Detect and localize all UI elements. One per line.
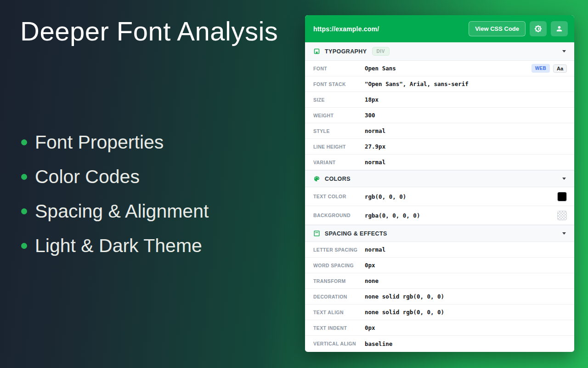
- web-font-badge: WEB: [531, 64, 550, 73]
- list-item: Color Codes: [21, 160, 209, 194]
- theme-toggle-button[interactable]: [530, 21, 547, 36]
- section-header-colors[interactable]: COLORS: [305, 170, 574, 187]
- property-label: LINE HEIGHT: [313, 144, 365, 150]
- section-header-spacing-effects[interactable]: SPACING & EFFECTS: [305, 225, 574, 242]
- property-label: SIZE: [313, 97, 365, 103]
- header-actions: View CSS Code: [469, 21, 568, 36]
- view-css-code-button[interactable]: View CSS Code: [469, 21, 526, 36]
- property-row-letter-spacing: LETTER SPACING normal: [305, 242, 574, 258]
- property-row-vertical-align: VERTICAL ALIGN baseline: [305, 336, 574, 351]
- property-value: 27.9px: [365, 143, 385, 150]
- property-label: FONT: [313, 66, 365, 71]
- property-value: baseline: [365, 340, 392, 347]
- property-row-decoration: DECORATION none solid rgb(0, 0, 0): [305, 289, 574, 305]
- property-row-font-stack: FONT STACK "Open Sans", Arial, sans-seri…: [305, 76, 574, 92]
- property-row-text-indent: TEXT INDENT 0px: [305, 320, 574, 336]
- section-title: SPACING & EFFECTS: [325, 230, 387, 237]
- page-title: Deeper Font Analysis: [20, 16, 278, 46]
- section-title: COLORS: [325, 176, 351, 182]
- property-value: 18px: [365, 96, 379, 103]
- property-value: 0px: [365, 262, 375, 269]
- property-label: VARIANT: [313, 160, 365, 165]
- section-title: TYPOGRAPHY: [325, 48, 367, 55]
- property-label: TEXT COLOR: [313, 194, 365, 199]
- element-tag-badge: DIV: [372, 47, 390, 56]
- property-label: DECORATION: [313, 294, 365, 299]
- hero-section: Deeper Font Analysis: [20, 16, 278, 46]
- property-row-size: SIZE 18px: [305, 92, 574, 108]
- property-value: rgb(0, 0, 0): [365, 193, 406, 200]
- feature-label: Color Codes: [35, 166, 140, 188]
- property-value: normal: [365, 127, 385, 134]
- user-account-button[interactable]: [551, 21, 568, 36]
- list-item: Light & Dark Theme: [21, 229, 209, 263]
- property-value: 300: [365, 112, 375, 119]
- chevron-down-icon[interactable]: [562, 178, 566, 180]
- theme-contrast-icon: [534, 25, 542, 33]
- property-label: BACKGROUND: [313, 213, 365, 218]
- chevron-down-icon[interactable]: [562, 50, 566, 52]
- property-label: TEXT INDENT: [313, 325, 365, 331]
- bullet-dot-icon: [21, 208, 27, 214]
- panel-header: https://example.com/ View CSS Code: [305, 15, 574, 42]
- property-row-background: BACKGROUND rgba(0, 0, 0, 0): [305, 206, 574, 225]
- property-label: WORD SPACING: [313, 263, 365, 268]
- user-icon: [555, 25, 563, 33]
- property-label: STYLE: [313, 128, 365, 134]
- property-label: FONT STACK: [313, 81, 365, 87]
- font-preview-button[interactable]: Aa: [553, 64, 567, 73]
- list-item: Font Properties: [21, 125, 209, 160]
- property-label: WEIGHT: [313, 113, 365, 118]
- bullet-dot-icon: [21, 243, 27, 249]
- property-row-font: FONT Open Sans WEB Aa: [305, 61, 574, 76]
- feature-label: Font Properties: [35, 132, 164, 153]
- property-value: Open Sans: [365, 65, 396, 72]
- property-value: none: [365, 277, 379, 284]
- palette-icon: [313, 175, 320, 182]
- chevron-down-icon[interactable]: [562, 232, 566, 235]
- page-url: https://example.com/: [313, 25, 379, 33]
- property-row-text-align: TEXT ALIGN none solid rgb(0, 0, 0): [305, 305, 574, 320]
- bullet-dot-icon: [21, 139, 27, 145]
- property-value: normal: [365, 159, 385, 166]
- feature-list: Font Properties Color Codes Spacing & Al…: [21, 125, 209, 263]
- box-model-icon: [313, 230, 320, 237]
- property-label: TEXT ALIGN: [313, 310, 365, 315]
- property-row-text-color: TEXT COLOR rgb(0, 0, 0): [305, 187, 574, 206]
- property-value: "Open Sans", Arial, sans-serif: [365, 80, 469, 87]
- feature-label: Light & Dark Theme: [35, 235, 202, 257]
- property-label: LETTER SPACING: [313, 247, 365, 253]
- property-value: normal: [365, 246, 385, 253]
- text-color-swatch: [557, 192, 567, 201]
- feature-label: Spacing & Alignment: [35, 201, 209, 222]
- background-color-swatch: [557, 211, 567, 220]
- property-value: none solid rgb(0, 0, 0): [365, 309, 444, 316]
- property-row-line-height: LINE HEIGHT 27.9px: [305, 139, 574, 155]
- bullet-dot-icon: [21, 174, 27, 180]
- property-label: VERTICAL ALIGN: [313, 341, 365, 346]
- list-item: Spacing & Alignment: [21, 194, 209, 229]
- section-header-typography[interactable]: TYPOGRAPHY DIV: [305, 42, 574, 61]
- property-value: rgba(0, 0, 0, 0): [365, 212, 420, 219]
- property-row-style: STYLE normal: [305, 123, 574, 139]
- property-row-variant: VARIANT normal: [305, 155, 574, 170]
- property-label: TRANSFORM: [313, 278, 365, 284]
- property-value: 0px: [365, 324, 375, 331]
- property-value: none solid rgb(0, 0, 0): [365, 293, 444, 300]
- property-row-weight: WEIGHT 300: [305, 108, 574, 123]
- typography-icon: [313, 48, 320, 55]
- property-row-word-spacing: WORD SPACING 0px: [305, 258, 574, 273]
- font-inspector-panel: https://example.com/ View CSS Code TYPOG…: [305, 15, 574, 352]
- property-row-transform: TRANSFORM none: [305, 273, 574, 289]
